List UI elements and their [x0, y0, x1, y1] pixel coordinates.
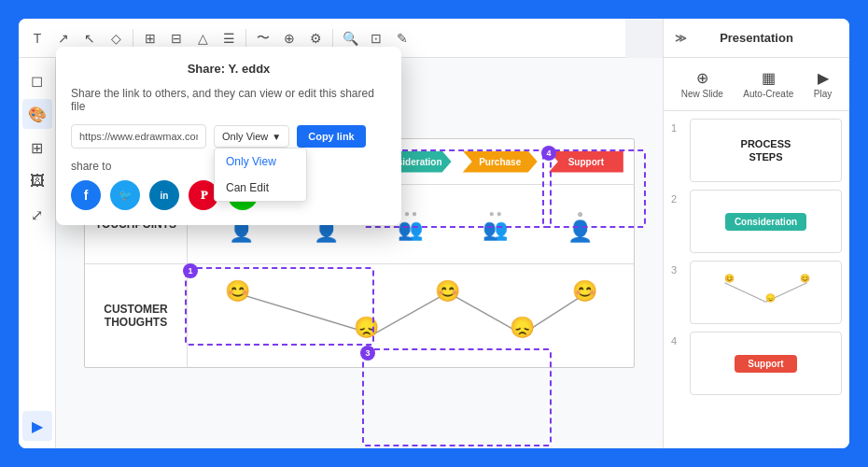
divider-1 [133, 29, 133, 48]
social-linkedin-button[interactable]: in [149, 180, 179, 210]
touchpoint-group-3: ●● 👥 [398, 208, 423, 240]
emotion-sad-1: 😞 [354, 316, 379, 340]
slide-3-chart: 😊 😞 😊 [691, 262, 841, 323]
slides-list: 1 PROCESSSTEPS 2 Consideration 3 [664, 111, 849, 448]
step-indicator-4: 4 [541, 146, 556, 161]
step-indicator-1: 1 [183, 263, 198, 278]
permission-only-view[interactable]: Only View [215, 149, 306, 175]
slide-thumb-4[interactable]: Support [690, 332, 842, 395]
slide-num-1: 1 [671, 119, 684, 134]
play-button[interactable]: ▶ Play [808, 65, 837, 103]
minus-tool-icon[interactable]: ⊟ [165, 27, 188, 50]
list-tool-icon[interactable]: ☰ [217, 27, 240, 50]
svg-text:😊: 😊 [724, 273, 735, 284]
sidebar-grid-icon[interactable]: ⊞ [22, 133, 52, 163]
play-icon: ▶ [818, 69, 829, 87]
step-purchase: Purchase [463, 151, 538, 173]
shape-tool-icon[interactable]: ◇ [105, 27, 127, 50]
slide-thumb-2[interactable]: Consideration [690, 190, 842, 253]
wave-tool-icon[interactable]: 〜 [252, 27, 274, 50]
divider-2 [245, 29, 246, 48]
panel-collapse-button[interactable]: ≫ [671, 29, 690, 48]
touchpoint-group-4: ●● 👥 [483, 208, 508, 240]
arrow-tool-icon[interactable]: ↗ [52, 27, 75, 50]
modal-title: Share: Y. eddx [71, 62, 386, 76]
table-tool-icon[interactable]: ⊞ [139, 27, 161, 50]
sidebar-shapes-icon[interactable]: ◻ [22, 65, 52, 95]
cursor-tool-icon[interactable]: ↖ [78, 27, 101, 50]
left-sidebar: ◻ 🎨 ⊞ 🖼 ⤢ ▶ [19, 58, 56, 448]
emotion-lines-svg [188, 264, 634, 367]
right-panel: ≫ Presentation ⊕ New Slide ▦ Auto-Create… [663, 19, 849, 448]
step-indicator-3: 3 [360, 346, 375, 361]
edit-tool-icon[interactable]: ✎ [391, 27, 413, 50]
slide-num-3: 3 [671, 261, 684, 276]
slide-thumb-3[interactable]: 😊 😞 😊 [690, 261, 842, 324]
panel-header: ≫ Presentation [664, 19, 849, 58]
sidebar-present-icon[interactable]: ▶ [22, 411, 52, 441]
url-row: Only View ▼ Only View Can Edit Copy link [71, 124, 386, 149]
touchpoint-group-5: ● 👤 [567, 207, 593, 242]
add-tool-icon[interactable]: ⊕ [278, 27, 301, 50]
slide-2-content: Consideration [725, 213, 806, 231]
slide-1-content: PROCESSSTEPS [741, 137, 791, 164]
permission-dropdown: Only View Can Edit [214, 148, 307, 202]
emotion-happy-2: 😊 [435, 279, 460, 304]
permission-can-edit[interactable]: Can Edit [215, 175, 306, 201]
slide-item-1[interactable]: 1 PROCESSSTEPS [671, 119, 842, 182]
permission-select[interactable]: Only View ▼ [214, 125, 289, 148]
modal-description: Share the link to others, and they can v… [71, 87, 386, 113]
svg-text:😞: 😞 [766, 292, 777, 304]
sidebar-image-icon[interactable]: 🖼 [22, 166, 52, 196]
slide-item-2[interactable]: 2 Consideration [671, 190, 842, 253]
customer-thoughts-content: 😊 😞 😊 😞 😊 [188, 264, 634, 367]
svg-line-0 [234, 292, 373, 334]
slide-num-2: 2 [671, 190, 684, 205]
share-modal: Share: Y. eddx Share the link to others,… [56, 47, 401, 225]
emotion-sad-2: 😞 [510, 316, 535, 340]
text-tool-icon[interactable]: T [26, 27, 49, 50]
new-slide-icon: ⊕ [696, 69, 708, 87]
panel-actions: ⊕ New Slide ▦ Auto-Create ▶ Play [664, 58, 849, 111]
chevron-down-icon: ▼ [272, 132, 281, 142]
auto-create-button[interactable]: ▦ Auto-Create [737, 65, 799, 103]
settings-tool-icon[interactable]: ⚙ [304, 27, 327, 50]
step-support: Support [549, 151, 623, 173]
slide-thumb-1[interactable]: PROCESSSTEPS [690, 119, 842, 182]
canvas-area: T ↗ ↖ ◇ ⊞ ⊟ △ ☰ 〜 ⊕ ⚙ 🔍 ⊡ ✎ ◻ 🎨 ⊞ 🖼 ⤢ ▶ … [19, 19, 849, 448]
customer-thoughts-label: CUSTOMER THOUGHTS [85, 264, 188, 367]
emotion-happy-3: 😊 [572, 279, 597, 304]
customer-thoughts-row: CUSTOMER THOUGHTS 😊 😞 [85, 264, 634, 367]
permission-dropdown-wrapper: Only View ▼ Only View Can Edit [214, 125, 289, 148]
slide-num-4: 4 [671, 332, 684, 347]
sidebar-expand-icon[interactable]: ⤢ [22, 200, 52, 230]
social-twitter-button[interactable]: 🐦 [110, 180, 140, 210]
divider-3 [332, 29, 333, 48]
slide-4-content: Support [735, 355, 796, 373]
svg-text:😊: 😊 [800, 273, 811, 284]
grid-tool-icon[interactable]: ⊡ [365, 27, 387, 50]
slide-item-4[interactable]: 4 Support [671, 332, 842, 395]
share-url-input[interactable] [71, 124, 206, 149]
search-tool-icon[interactable]: 🔍 [339, 27, 361, 50]
social-facebook-button[interactable]: f [71, 180, 101, 210]
auto-create-icon: ▦ [762, 69, 776, 87]
sidebar-theme-icon[interactable]: 🎨 [22, 99, 52, 129]
emotion-happy-1: 😊 [225, 279, 250, 304]
triangle-tool-icon[interactable]: △ [191, 27, 214, 50]
copy-link-button[interactable]: Copy link [297, 125, 366, 148]
new-slide-button[interactable]: ⊕ New Slide [676, 65, 729, 103]
svg-line-4 [724, 283, 765, 303]
slide-item-3[interactable]: 3 😊 😞 😊 [671, 261, 842, 324]
